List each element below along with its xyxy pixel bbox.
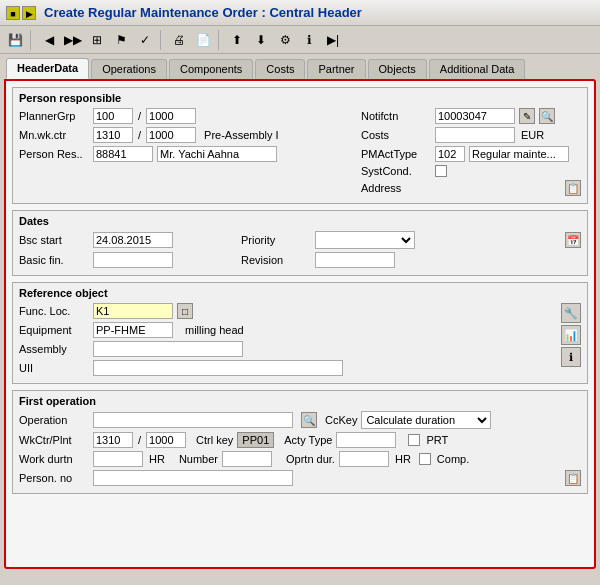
info-button[interactable]: ℹ xyxy=(298,29,320,51)
tab-additionaldata[interactable]: Additional Data xyxy=(429,59,526,79)
person-res-field[interactable] xyxy=(93,146,153,162)
bsc-start-field[interactable] xyxy=(93,232,173,248)
planner-grp-row: PlannerGrp / xyxy=(19,108,351,124)
notifctn-row: Notifctn ✎ 🔍 xyxy=(361,108,581,124)
first-operation-section: First operation Operation 🔍 CcKey Calcul… xyxy=(12,390,588,494)
pmact-type-desc-field[interactable] xyxy=(469,146,569,162)
costs-row: Costs EUR xyxy=(361,127,581,143)
operation-field[interactable] xyxy=(93,412,293,428)
syst-cond-label: SystCond. xyxy=(361,165,431,177)
comp-label: Comp. xyxy=(437,453,469,465)
print-button[interactable]: 🖨 xyxy=(168,29,190,51)
toolbar-sep-1 xyxy=(30,30,34,50)
revision-field[interactable] xyxy=(315,252,395,268)
flag-button[interactable]: ⚑ xyxy=(110,29,132,51)
forward-button[interactable]: ▶▶ xyxy=(62,29,84,51)
equipment-field[interactable] xyxy=(93,322,173,338)
person-no-field[interactable] xyxy=(93,470,293,486)
oprtn-dur-field[interactable] xyxy=(339,451,389,467)
person-responsible-cols: PlannerGrp / Mn.wk.ctr / Pre-Assembly I … xyxy=(19,108,581,199)
address-icon[interactable]: 📋 xyxy=(565,180,581,196)
work-durtn-field[interactable] xyxy=(93,451,143,467)
notifctn-search-icon[interactable]: 🔍 xyxy=(539,108,555,124)
uii-row: UII xyxy=(19,360,553,376)
page-button[interactable]: 📄 xyxy=(192,29,214,51)
dates-row1: Bsc start Priority 📅 xyxy=(19,231,581,249)
mn-wk-ctr-field2[interactable] xyxy=(146,127,196,143)
reference-object-section: Reference object Func. Loc. □ Equipment … xyxy=(12,282,588,384)
planner-grp-field1[interactable] xyxy=(93,108,133,124)
download-button[interactable]: ⬇ xyxy=(250,29,272,51)
main-content: Person responsible PlannerGrp / Mn.wk.ct… xyxy=(4,79,596,569)
oprtn-dur-label: Oprtn dur. xyxy=(286,453,335,465)
tab-partner[interactable]: Partner xyxy=(307,59,365,79)
basic-fin-label: Basic fin. xyxy=(19,254,89,266)
costs-field[interactable] xyxy=(435,127,515,143)
assembly-label: Assembly xyxy=(19,343,89,355)
address-row: Address 📋 xyxy=(361,180,581,196)
calendar-icon[interactable]: 📅 xyxy=(565,232,581,248)
ref-obj-icon-1[interactable]: 🔧 xyxy=(561,303,581,323)
operation-row: Operation 🔍 CcKey Calculate duration xyxy=(19,411,581,429)
notifctn-edit-icon[interactable]: ✎ xyxy=(519,108,535,124)
toolbar: 💾 ◀ ▶▶ ⊞ ⚑ ✓ 🖨 📄 ⬆ ⬇ ⚙ ℹ ▶| xyxy=(0,26,600,54)
address-label: Address xyxy=(361,182,431,194)
basic-fin-field[interactable] xyxy=(93,252,173,268)
equipment-label: Equipment xyxy=(19,324,89,336)
pmact-type-row: PMActType xyxy=(361,146,581,162)
tab-headerdata[interactable]: HeaderData xyxy=(6,58,89,79)
func-loc-field[interactable] xyxy=(93,303,173,319)
uii-field[interactable] xyxy=(93,360,343,376)
mn-wk-ctr-field1[interactable] xyxy=(93,127,133,143)
comp-checkbox[interactable] xyxy=(419,453,431,465)
settings-button[interactable]: ⚙ xyxy=(274,29,296,51)
ref-obj-icon-2[interactable]: 📊 xyxy=(561,325,581,345)
wkctr-row: WkCtr/Plnt / Ctrl key PP01 Acty Type PRT xyxy=(19,432,581,448)
person-res-row: Person Res.. xyxy=(19,146,351,162)
save-button[interactable]: 💾 xyxy=(4,29,26,51)
notifctn-label: Notifctn xyxy=(361,110,431,122)
first-operation-title: First operation xyxy=(19,395,581,407)
mn-wk-ctr-row: Mn.wk.ctr / Pre-Assembly I xyxy=(19,127,351,143)
acty-type-label: Acty Type xyxy=(284,434,332,446)
number-label: Number xyxy=(179,453,218,465)
tab-operations[interactable]: Operations xyxy=(91,59,167,79)
person-res-name-field[interactable] xyxy=(157,146,277,162)
oprtn-dur-unit: HR xyxy=(395,453,411,465)
person-no-browse-icon[interactable]: 📋 xyxy=(565,470,581,486)
func-loc-browse-icon[interactable]: □ xyxy=(177,303,193,319)
notifctn-field[interactable] xyxy=(435,108,515,124)
dates-section: Dates Bsc start Priority 📅 Basic fin. Re… xyxy=(12,210,588,276)
pmact-type-field[interactable] xyxy=(435,146,465,162)
planner-grp-field2[interactable] xyxy=(146,108,196,124)
assembly-field[interactable] xyxy=(93,341,243,357)
more-button[interactable]: ▶| xyxy=(322,29,344,51)
mn-wk-ctr-label: Mn.wk.ctr xyxy=(19,129,89,141)
wk-ctr-field2[interactable] xyxy=(146,432,186,448)
prt-label: PRT xyxy=(426,434,448,446)
tab-objects[interactable]: Objects xyxy=(368,59,427,79)
tab-components[interactable]: Components xyxy=(169,59,253,79)
syst-cond-checkbox[interactable] xyxy=(435,165,447,177)
uii-label: UII xyxy=(19,362,89,374)
priority-select[interactable] xyxy=(315,231,415,249)
prt-checkbox[interactable] xyxy=(408,434,420,446)
upload-button[interactable]: ⬆ xyxy=(226,29,248,51)
mn-wk-ctr-desc: Pre-Assembly I xyxy=(204,129,279,141)
toolbar-sep-3 xyxy=(218,30,222,50)
number-field[interactable] xyxy=(222,451,272,467)
person-res-label: Person Res.. xyxy=(19,148,89,160)
cckey-search-icon[interactable]: 🔍 xyxy=(301,412,317,428)
cckey-label: CcKey xyxy=(325,414,357,426)
syst-cond-row: SystCond. xyxy=(361,165,581,177)
cckey-select[interactable]: Calculate duration xyxy=(361,411,491,429)
back-button[interactable]: ◀ xyxy=(38,29,60,51)
app-icon-1: ■ xyxy=(6,6,20,20)
grid-button[interactable]: ⊞ xyxy=(86,29,108,51)
acty-type-field[interactable] xyxy=(336,432,396,448)
tab-costs[interactable]: Costs xyxy=(255,59,305,79)
toolbar-sep-2 xyxy=(160,30,164,50)
check-button[interactable]: ✓ xyxy=(134,29,156,51)
ref-obj-icon-3[interactable]: ℹ xyxy=(561,347,581,367)
wk-ctr-field1[interactable] xyxy=(93,432,133,448)
